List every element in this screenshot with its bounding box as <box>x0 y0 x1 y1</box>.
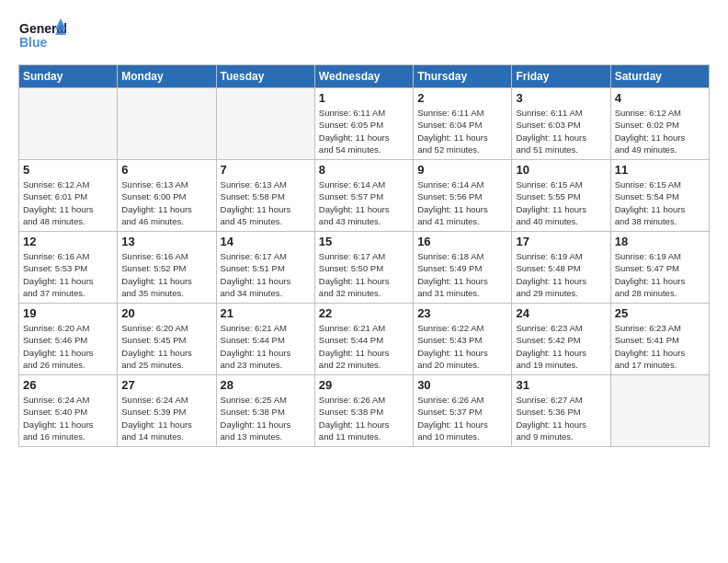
calendar-cell: 10Sunrise: 6:15 AM Sunset: 5:55 PM Dayli… <box>512 160 610 232</box>
calendar-cell: 3Sunrise: 6:11 AM Sunset: 6:03 PM Daylig… <box>512 88 610 160</box>
day-number: 21 <box>221 306 311 320</box>
weekday-header: Friday <box>512 65 610 88</box>
cell-content: Sunrise: 6:13 AM Sunset: 5:58 PM Dayligh… <box>221 178 311 227</box>
calendar-cell: 19Sunrise: 6:20 AM Sunset: 5:46 PM Dayli… <box>19 304 118 375</box>
day-number: 22 <box>319 306 409 320</box>
day-number: 5 <box>23 163 113 177</box>
calendar-week-row: 12Sunrise: 6:16 AM Sunset: 5:53 PM Dayli… <box>19 232 710 304</box>
cell-content: Sunrise: 6:12 AM Sunset: 6:01 PM Dayligh… <box>23 178 113 227</box>
calendar-cell <box>610 375 709 447</box>
day-number: 12 <box>23 235 113 248</box>
calendar-cell: 18Sunrise: 6:19 AM Sunset: 5:47 PM Dayli… <box>610 232 709 304</box>
day-number: 24 <box>516 306 606 320</box>
day-number: 31 <box>516 378 606 392</box>
day-number: 13 <box>121 235 211 248</box>
weekday-header: Sunday <box>19 65 118 88</box>
calendar-cell: 24Sunrise: 6:23 AM Sunset: 5:42 PM Dayli… <box>512 304 610 375</box>
day-number: 9 <box>417 163 507 177</box>
cell-content: Sunrise: 6:11 AM Sunset: 6:05 PM Dayligh… <box>319 107 409 155</box>
calendar-cell: 25Sunrise: 6:23 AM Sunset: 5:41 PM Dayli… <box>610 304 709 375</box>
day-number: 16 <box>417 235 507 248</box>
calendar-cell: 13Sunrise: 6:16 AM Sunset: 5:52 PM Dayli… <box>118 232 216 304</box>
cell-content: Sunrise: 6:25 AM Sunset: 5:38 PM Dayligh… <box>221 394 311 442</box>
cell-content: Sunrise: 6:23 AM Sunset: 5:42 PM Dayligh… <box>516 322 606 371</box>
day-number: 29 <box>319 378 409 392</box>
calendar-cell: 5Sunrise: 6:12 AM Sunset: 6:01 PM Daylig… <box>19 160 118 232</box>
calendar-cell: 27Sunrise: 6:24 AM Sunset: 5:39 PM Dayli… <box>118 375 216 447</box>
cell-content: Sunrise: 6:21 AM Sunset: 5:44 PM Dayligh… <box>319 322 409 371</box>
day-number: 3 <box>516 91 606 105</box>
calendar-cell: 22Sunrise: 6:21 AM Sunset: 5:44 PM Dayli… <box>314 304 413 375</box>
day-number: 19 <box>23 306 113 320</box>
cell-content: Sunrise: 6:16 AM Sunset: 5:53 PM Dayligh… <box>23 250 113 299</box>
cell-content: Sunrise: 6:24 AM Sunset: 5:39 PM Dayligh… <box>121 394 211 442</box>
cell-content: Sunrise: 6:11 AM Sunset: 6:03 PM Dayligh… <box>516 107 606 155</box>
cell-content: Sunrise: 6:27 AM Sunset: 5:36 PM Dayligh… <box>516 394 606 442</box>
cell-content: Sunrise: 6:11 AM Sunset: 6:04 PM Dayligh… <box>417 107 507 155</box>
weekday-header: Monday <box>118 65 216 88</box>
calendar-cell <box>216 88 314 160</box>
day-number: 27 <box>121 378 211 392</box>
calendar-cell: 29Sunrise: 6:26 AM Sunset: 5:38 PM Dayli… <box>314 375 413 447</box>
cell-content: Sunrise: 6:22 AM Sunset: 5:43 PM Dayligh… <box>417 322 507 371</box>
calendar-cell: 26Sunrise: 6:24 AM Sunset: 5:40 PM Dayli… <box>19 375 118 447</box>
day-number: 25 <box>615 306 705 320</box>
cell-content: Sunrise: 6:15 AM Sunset: 5:54 PM Dayligh… <box>615 178 705 227</box>
cell-content: Sunrise: 6:26 AM Sunset: 5:38 PM Dayligh… <box>319 394 409 442</box>
day-number: 26 <box>23 378 113 392</box>
day-number: 18 <box>615 235 705 248</box>
weekday-header: Wednesday <box>314 65 413 88</box>
weekday-header: Saturday <box>610 65 709 88</box>
calendar-cell: 7Sunrise: 6:13 AM Sunset: 5:58 PM Daylig… <box>216 160 314 232</box>
cell-content: Sunrise: 6:15 AM Sunset: 5:55 PM Dayligh… <box>516 178 606 227</box>
calendar-cell <box>19 88 118 160</box>
cell-content: Sunrise: 6:19 AM Sunset: 5:47 PM Dayligh… <box>615 250 705 299</box>
day-number: 14 <box>221 235 311 248</box>
cell-content: Sunrise: 6:23 AM Sunset: 5:41 PM Dayligh… <box>615 322 705 371</box>
calendar-cell: 1Sunrise: 6:11 AM Sunset: 6:05 PM Daylig… <box>314 88 413 160</box>
calendar-cell: 31Sunrise: 6:27 AM Sunset: 5:36 PM Dayli… <box>512 375 610 447</box>
day-number: 10 <box>516 163 606 177</box>
calendar-cell: 4Sunrise: 6:12 AM Sunset: 6:02 PM Daylig… <box>610 88 709 160</box>
day-number: 15 <box>319 235 409 248</box>
cell-content: Sunrise: 6:18 AM Sunset: 5:49 PM Dayligh… <box>417 250 507 299</box>
day-number: 1 <box>319 91 409 105</box>
day-number: 2 <box>417 91 507 105</box>
day-number: 30 <box>417 378 507 392</box>
calendar-week-row: 19Sunrise: 6:20 AM Sunset: 5:46 PM Dayli… <box>19 304 710 375</box>
day-number: 28 <box>221 378 311 392</box>
calendar-table: SundayMondayTuesdayWednesdayThursdayFrid… <box>18 64 710 447</box>
calendar-cell: 2Sunrise: 6:11 AM Sunset: 6:04 PM Daylig… <box>414 88 512 160</box>
cell-content: Sunrise: 6:21 AM Sunset: 5:44 PM Dayligh… <box>221 322 311 371</box>
cell-content: Sunrise: 6:24 AM Sunset: 5:40 PM Dayligh… <box>23 394 113 442</box>
calendar-cell: 17Sunrise: 6:19 AM Sunset: 5:48 PM Dayli… <box>512 232 610 304</box>
cell-content: Sunrise: 6:16 AM Sunset: 5:52 PM Dayligh… <box>121 250 211 299</box>
calendar-cell: 12Sunrise: 6:16 AM Sunset: 5:53 PM Dayli… <box>19 232 118 304</box>
calendar-cell: 9Sunrise: 6:14 AM Sunset: 5:56 PM Daylig… <box>414 160 512 232</box>
logo-icon: General Blue <box>18 17 66 53</box>
svg-text:Blue: Blue <box>19 35 48 50</box>
cell-content: Sunrise: 6:17 AM Sunset: 5:51 PM Dayligh… <box>221 250 311 299</box>
cell-content: Sunrise: 6:14 AM Sunset: 5:56 PM Dayligh… <box>417 178 507 227</box>
weekday-header-row: SundayMondayTuesdayWednesdayThursdayFrid… <box>19 65 710 88</box>
cell-content: Sunrise: 6:19 AM Sunset: 5:48 PM Dayligh… <box>516 250 606 299</box>
day-number: 7 <box>221 163 311 177</box>
day-number: 20 <box>121 306 211 320</box>
calendar-cell: 28Sunrise: 6:25 AM Sunset: 5:38 PM Dayli… <box>216 375 314 447</box>
calendar-cell: 21Sunrise: 6:21 AM Sunset: 5:44 PM Dayli… <box>216 304 314 375</box>
calendar-cell: 16Sunrise: 6:18 AM Sunset: 5:49 PM Dayli… <box>414 232 512 304</box>
cell-content: Sunrise: 6:20 AM Sunset: 5:46 PM Dayligh… <box>23 322 113 371</box>
calendar-cell: 20Sunrise: 6:20 AM Sunset: 5:45 PM Dayli… <box>118 304 216 375</box>
calendar-cell <box>118 88 216 160</box>
cell-content: Sunrise: 6:13 AM Sunset: 6:00 PM Dayligh… <box>121 178 211 227</box>
calendar-week-row: 1Sunrise: 6:11 AM Sunset: 6:05 PM Daylig… <box>19 88 710 160</box>
cell-content: Sunrise: 6:26 AM Sunset: 5:37 PM Dayligh… <box>417 394 507 442</box>
weekday-header: Thursday <box>414 65 512 88</box>
day-number: 4 <box>615 91 705 105</box>
calendar-cell: 6Sunrise: 6:13 AM Sunset: 6:00 PM Daylig… <box>118 160 216 232</box>
calendar-cell: 8Sunrise: 6:14 AM Sunset: 5:57 PM Daylig… <box>314 160 413 232</box>
cell-content: Sunrise: 6:20 AM Sunset: 5:45 PM Dayligh… <box>121 322 211 371</box>
weekday-header: Tuesday <box>216 65 314 88</box>
calendar-week-row: 5Sunrise: 6:12 AM Sunset: 6:01 PM Daylig… <box>19 160 710 232</box>
day-number: 11 <box>615 163 705 177</box>
